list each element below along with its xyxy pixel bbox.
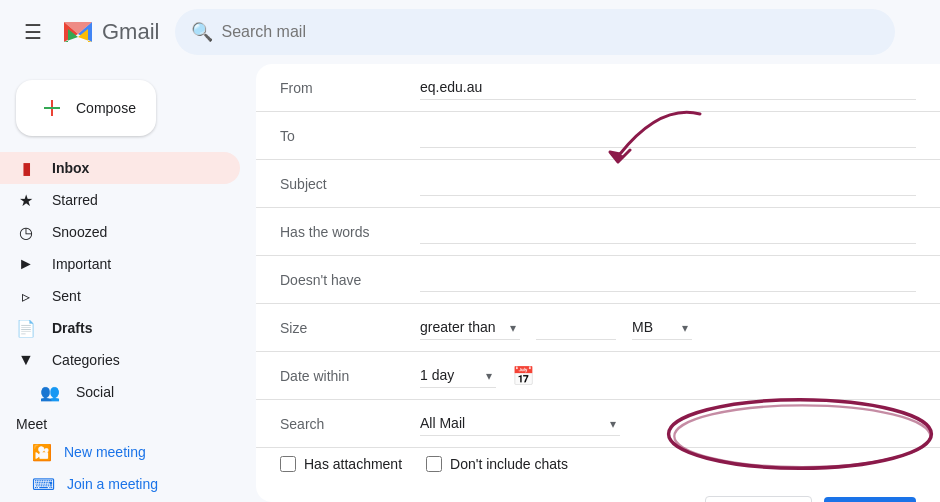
date-within-row-inner: 1 day 3 days 1 week 2 weeks 1 month 📅 (420, 363, 916, 388)
has-words-row: Has the words (256, 208, 940, 256)
has-words-input[interactable] (420, 219, 916, 244)
sidebar-item-snoozed[interactable]: ◷ Snoozed (0, 216, 240, 248)
search-bar[interactable]: 🔍 (175, 9, 895, 55)
drafts-icon: 📄 (16, 319, 36, 338)
inbox-icon: ▮ (16, 159, 36, 178)
sidebar-item-inbox[interactable]: ▮ Inbox (0, 152, 240, 184)
size-operator-select[interactable]: greater than less than (420, 315, 520, 340)
from-input[interactable] (420, 75, 916, 100)
size-row: Size greater than less than MB KB Byte (256, 304, 940, 352)
size-label: Size (280, 320, 420, 336)
sidebar-item-starred[interactable]: ★ Starred (0, 184, 240, 216)
join-meeting-icon: ⌨ (32, 475, 55, 494)
doesnt-have-label: Doesn't have (280, 272, 420, 288)
to-input[interactable] (420, 123, 916, 148)
snoozed-icon: ◷ (16, 223, 36, 242)
gmail-logo: Gmail (58, 12, 159, 52)
new-meeting-icon: 🎦 (32, 443, 52, 462)
sidebar-item-sent[interactable]: ▹ Sent (0, 280, 240, 312)
size-unit-wrap: MB KB Bytes (632, 315, 692, 340)
create-filter-button[interactable]: Create filter (705, 496, 811, 502)
size-operator-wrap: greater than less than (420, 315, 520, 340)
dont-include-chats-checkbox-label[interactable]: Don't include chats (426, 456, 568, 472)
gmail-text: Gmail (102, 19, 159, 45)
search-icon: 🔍 (191, 21, 213, 43)
sidebar: Compose ▮ Inbox ★ Starred ◷ Snoozed ► Im… (0, 64, 256, 502)
date-within-row: Date within 1 day 3 days 1 week 2 weeks … (256, 352, 940, 400)
search-scope-row: Search All Mail Inbox Starred Sent Draft… (256, 400, 940, 448)
sidebar-item-important[interactable]: ► Important (0, 248, 240, 280)
sidebar-item-new-meeting[interactable]: 🎦 New meeting (0, 436, 256, 468)
sidebar-item-drafts[interactable]: 📄 Drafts (0, 312, 240, 344)
filter-actions: Create filter Search (256, 480, 940, 502)
sidebar-item-label: Drafts (52, 320, 92, 336)
to-row: To (256, 112, 940, 160)
sidebar-item-label: Categories (52, 352, 120, 368)
content-area: From To Subject Has the words Doesn't ha… (256, 64, 940, 502)
compose-label: Compose (76, 100, 136, 116)
sidebar-item-label: Sent (52, 288, 81, 304)
has-words-label: Has the words (280, 224, 420, 240)
search-input[interactable] (221, 23, 879, 41)
to-label: To (280, 128, 420, 144)
has-attachment-checkbox[interactable] (280, 456, 296, 472)
has-attachment-text: Has attachment (304, 456, 402, 472)
star-icon: ★ (16, 191, 36, 210)
top-bar: ☰ Gmail 🔍 (0, 0, 940, 64)
from-row: From (256, 64, 940, 112)
size-row-inner: greater than less than MB KB Bytes (420, 315, 916, 340)
gmail-m-icon (58, 12, 98, 52)
date-within-select[interactable]: 1 day 3 days 1 week 2 weeks 1 month (420, 363, 496, 388)
expand-icon: ▼ (16, 351, 36, 369)
filter-panel: From To Subject Has the words Doesn't ha… (256, 64, 940, 502)
compose-button[interactable]: Compose (16, 80, 156, 136)
subject-input[interactable] (420, 171, 916, 196)
date-within-label: Date within (280, 368, 420, 384)
size-value-input[interactable] (536, 315, 616, 340)
doesnt-have-input[interactable] (420, 267, 916, 292)
join-meeting-label: Join a meeting (67, 476, 158, 492)
subject-row: Subject (256, 160, 940, 208)
checkboxes-row: Has attachment Don't include chats (256, 448, 940, 480)
search-scope-select-wrap: All Mail Inbox Starred Sent Drafts (420, 411, 620, 436)
new-meeting-label: New meeting (64, 444, 146, 460)
dont-include-chats-checkbox[interactable] (426, 456, 442, 472)
has-attachment-checkbox-label[interactable]: Has attachment (280, 456, 402, 472)
search-scope-select[interactable]: All Mail Inbox Starred Sent Drafts (420, 411, 620, 436)
subject-label: Subject (280, 176, 420, 192)
doesnt-have-row: Doesn't have (256, 256, 940, 304)
from-label: From (280, 80, 420, 96)
sidebar-item-label: Inbox (52, 160, 89, 176)
sent-icon: ▹ (16, 287, 36, 306)
main-layout: Compose ▮ Inbox ★ Starred ◷ Snoozed ► Im… (0, 64, 940, 502)
sidebar-item-label: Important (52, 256, 111, 272)
size-unit-select[interactable]: MB KB Bytes (632, 315, 692, 340)
calendar-icon[interactable]: 📅 (512, 365, 534, 387)
meet-section-header: Meet (0, 408, 256, 436)
menu-icon[interactable]: ☰ (16, 12, 50, 52)
sidebar-item-label: Social (76, 384, 114, 400)
sidebar-item-label: Starred (52, 192, 98, 208)
sidebar-item-join-meeting[interactable]: ⌨ Join a meeting (0, 468, 256, 500)
sidebar-item-categories[interactable]: ▼ Categories (0, 344, 240, 376)
date-within-select-wrap: 1 day 3 days 1 week 2 weeks 1 month (420, 363, 496, 388)
sidebar-item-social[interactable]: 👥 Social (0, 376, 240, 408)
compose-plus-icon (40, 96, 64, 120)
search-scope-label: Search (280, 416, 420, 432)
important-icon: ► (16, 255, 36, 273)
dont-include-chats-text: Don't include chats (450, 456, 568, 472)
social-icon: 👥 (40, 383, 60, 402)
sidebar-item-label: Snoozed (52, 224, 107, 240)
search-button[interactable]: Search (824, 497, 916, 502)
